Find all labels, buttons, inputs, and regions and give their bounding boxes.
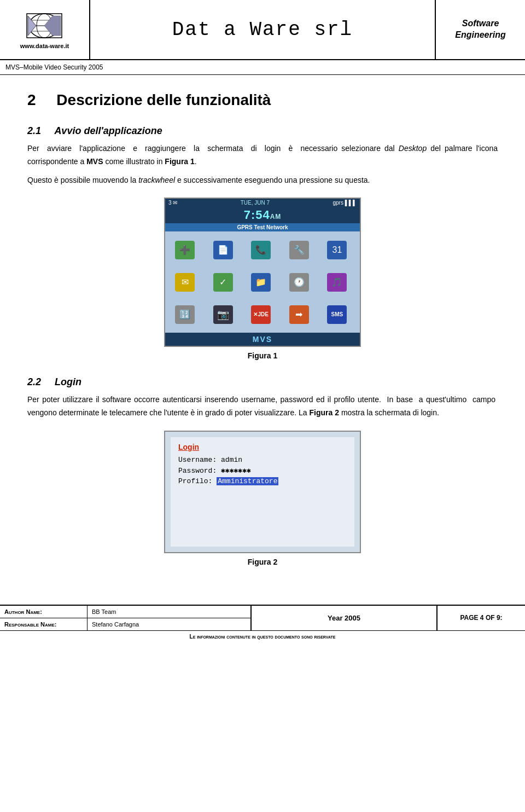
- icon-mvs-camera: [213, 305, 233, 324]
- subsection-2-1-para2: Questo è possibile muovendo la trackwhee…: [27, 174, 498, 187]
- subsection-2-2-heading: 2.2 Login: [27, 376, 498, 388]
- subsection-2-1-para1: Per avviare l'applicazione e raggiungere…: [27, 142, 498, 169]
- figure-2-container: Login Username: admin Password: ✱✱✱✱✱✱✱ …: [27, 431, 498, 566]
- password-label: Password:: [178, 467, 217, 475]
- phone-icon-sms: SMS: [320, 299, 353, 329]
- login-screen-mockup: Login Username: admin Password: ✱✱✱✱✱✱✱ …: [164, 431, 361, 553]
- company-title: Dat a Ware srl: [90, 0, 435, 59]
- footer-bottom-text: Le informazioni contenute in questo docu…: [0, 630, 525, 642]
- footer-author-row: Author Name: BB Team: [0, 606, 250, 618]
- username-value: admin: [221, 456, 242, 464]
- password-value: ✱✱✱✱✱✱✱: [221, 467, 251, 475]
- logo-url: www.data-ware.it: [20, 43, 69, 49]
- phone-date: TUE, JUN 7: [241, 200, 270, 206]
- phone-icon-arrow: ➡: [283, 299, 316, 329]
- footer-year: Year 2005: [252, 606, 438, 630]
- phone-time-bar: 7:54AM: [165, 207, 360, 223]
- subsection-2-1-heading: 2.1 Avvio dell'applicazione: [27, 125, 498, 137]
- globe-icon: [22, 10, 66, 40]
- phone-icon-9: 🕐: [283, 267, 316, 297]
- subsection-2-1-number: 2.1: [27, 125, 41, 136]
- page-footer: Author Name: BB Team Responsable Name: S…: [0, 605, 525, 642]
- author-value: BB Team: [88, 606, 250, 618]
- footer-page: PAGE 4 OF 9:: [438, 606, 525, 630]
- subsection-2-2: 2.2 Login Per poter utilizzare il softwa…: [27, 376, 498, 566]
- username-label: Username:: [178, 456, 217, 464]
- icon-clock: 🕐: [289, 273, 309, 292]
- profile-label: Profilo:: [178, 477, 212, 485]
- icon-calc: 🔢: [175, 305, 195, 324]
- year-label: Year: [328, 614, 342, 622]
- phone-screen-mockup: 3 ✉ TUE, JUN 7 gprs ▌▌▌ 7:54AM GPRS Test…: [164, 198, 361, 347]
- phone-messages: 3 ✉: [168, 200, 177, 206]
- phone-icons-grid: ➕ 📄 📞 🔧 31 ✉: [165, 231, 360, 333]
- phone-icon-6: ✉: [168, 267, 201, 297]
- logo-box: www.data-ware.it: [20, 10, 69, 49]
- phone-ampm: AM: [270, 213, 282, 221]
- icon-music: 🎵: [327, 273, 347, 292]
- phone-icon-10: 🎵: [320, 267, 353, 297]
- header-software-section: SoftwareEngineering: [435, 0, 525, 59]
- icon-medical: ➕: [175, 241, 195, 259]
- author-label: Author Name:: [0, 606, 88, 618]
- document-title: MVS–Mobile Video Security 2005: [5, 63, 103, 71]
- figure-1-caption: Figura 1: [248, 351, 277, 360]
- footer-left: Author Name: BB Team Responsable Name: S…: [0, 606, 252, 630]
- section-heading: 2 Descrizione delle funzionalità: [27, 91, 498, 109]
- phone-icon-8: 📁: [244, 267, 277, 297]
- icon-sms: SMS: [327, 305, 347, 324]
- phone-icon-1: ➕: [168, 235, 201, 265]
- responsable-value: Stefano Carfagna: [88, 618, 250, 630]
- icon-phone: 📞: [251, 241, 271, 259]
- responsable-label: Responsable Name:: [0, 618, 88, 630]
- page-header: www.data-ware.it Dat a Ware srl Software…: [0, 0, 525, 60]
- subsection-2-2-para1: Per poter utilizzare il software occorre…: [27, 393, 498, 420]
- login-screen-inner: Login Username: admin Password: ✱✱✱✱✱✱✱ …: [171, 437, 354, 547]
- subsection-2-1-title: Avvio dell'applicazione: [54, 125, 162, 136]
- subsection-2-2-number: 2.2: [27, 376, 41, 387]
- icon-xjde: ✕JDE: [251, 305, 271, 324]
- phone-icon-2: 📄: [207, 235, 240, 265]
- sub-header: MVS–Mobile Video Security 2005: [0, 60, 525, 75]
- icon-folder: 📁: [251, 273, 271, 292]
- phone-signal: gprs ▌▌▌: [333, 200, 357, 206]
- software-engineering-label: SoftwareEngineering: [455, 18, 505, 41]
- phone-icon-xjde: ✕JDE: [244, 299, 277, 329]
- subsection-2-1: 2.1 Avvio dell'applicazione Per avviare …: [27, 125, 498, 360]
- icon-tools: 🔧: [289, 241, 309, 259]
- login-password-field: Password: ✱✱✱✱✱✱✱: [178, 466, 347, 475]
- login-profile-field: Profilo: Amministratore: [178, 477, 347, 485]
- icon-envelope: ✉: [175, 273, 195, 292]
- year-value: 2005: [345, 614, 360, 622]
- figure-1-container: 3 ✉ TUE, JUN 7 gprs ▌▌▌ 7:54AM GPRS Test…: [27, 198, 498, 360]
- phone-icon-mvs: [207, 299, 240, 329]
- profile-value: Amministratore: [217, 477, 278, 485]
- subsection-2-2-title: Login: [55, 376, 81, 387]
- page-display: PAGE 4 OF 9:: [460, 614, 502, 622]
- phone-icon-3: 📞: [244, 235, 277, 265]
- footer-responsable-row: Responsable Name: Stefano Carfagna: [0, 618, 250, 630]
- phone-network-bar: GPRS Test Network: [165, 223, 360, 231]
- footer-main: Author Name: BB Team Responsable Name: S…: [0, 606, 525, 630]
- icon-arrow: ➡: [289, 305, 309, 324]
- phone-top-bar: 3 ✉ TUE, JUN 7 gprs ▌▌▌: [165, 199, 360, 207]
- main-content: 2 Descrizione delle funzionalità 2.1 Avv…: [0, 75, 525, 594]
- icon-calendar: 31: [327, 241, 347, 259]
- section-title: Descrizione delle funzionalità: [56, 91, 271, 108]
- icon-check: ✓: [213, 273, 233, 292]
- logo-section: www.data-ware.it: [0, 0, 90, 59]
- phone-icon-7: ✓: [207, 267, 240, 297]
- login-title: Login: [178, 443, 347, 451]
- section-number: 2: [27, 91, 36, 108]
- phone-bottom-label: MVS: [165, 333, 360, 346]
- icon-document: 📄: [213, 241, 233, 259]
- svg-marker-6: [44, 16, 61, 36]
- phone-time: 7:54: [244, 208, 270, 222]
- phone-network-name: GPRS Test Network: [237, 224, 288, 230]
- phone-icon-5: 31: [320, 235, 353, 265]
- login-username-field: Username: admin: [178, 456, 347, 464]
- phone-icon-4: 🔧: [283, 235, 316, 265]
- figure-2-caption: Figura 2: [248, 558, 277, 566]
- phone-icon-11: 🔢: [168, 299, 201, 329]
